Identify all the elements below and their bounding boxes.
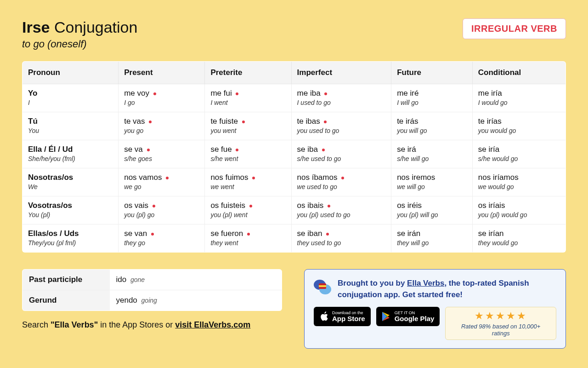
rating-box: ★★★★★ Rated 98% based on 10,000+ ratings bbox=[445, 307, 556, 340]
verb-cell: me iría I would go bbox=[472, 84, 565, 112]
verb-cell: nos iríamos we would go bbox=[472, 168, 565, 196]
page-title: Irse Conjugation bbox=[22, 18, 137, 36]
table-row: YoIme voy I gome fui I wentme iba I used… bbox=[23, 84, 566, 112]
irregular-dot-icon bbox=[242, 121, 245, 123]
ella-verbs-link[interactable]: Ella Verbs bbox=[407, 279, 444, 288]
verb-cell: os iréis you (pl) will go bbox=[391, 196, 473, 224]
column-header: Preterite bbox=[205, 62, 291, 84]
irregular-dot-icon bbox=[147, 149, 150, 151]
table-row: TúYoute vas you gote fuiste you wentte i… bbox=[23, 112, 566, 140]
verb-cell: se irían they would go bbox=[472, 224, 565, 253]
irregular-dot-icon bbox=[328, 205, 330, 207]
irregular-dot-icon bbox=[252, 177, 255, 179]
pronoun-cell: Ella / Él / UdShe/he/you (fml) bbox=[23, 140, 119, 168]
irregular-dot-icon bbox=[236, 92, 238, 95]
verb-cell: se irá s/he will go bbox=[391, 140, 473, 168]
pronoun-cell: Ellas/os / UdsThey/you (pl fml) bbox=[23, 224, 119, 253]
pronoun-cell: YoI bbox=[23, 84, 119, 112]
promo-box: Brought to you by Ella Verbs, the top-ra… bbox=[304, 269, 566, 349]
visit-link[interactable]: visit EllaVerbs.com bbox=[175, 320, 250, 329]
verb-cell: nos vamos we go bbox=[119, 168, 205, 196]
gerund-label: Gerund bbox=[23, 290, 110, 311]
column-header: Present bbox=[119, 62, 205, 84]
irregular-dot-icon bbox=[247, 233, 250, 236]
pronoun-cell: TúYou bbox=[23, 112, 119, 140]
verb-cell: me iba I used to go bbox=[291, 84, 391, 112]
verb-cell: se iría s/he would go bbox=[472, 140, 565, 168]
promo-icon bbox=[314, 278, 332, 296]
past-participle-value: ido gone bbox=[110, 270, 282, 290]
irregular-dot-icon bbox=[151, 233, 154, 236]
irregular-dot-icon bbox=[326, 233, 329, 236]
verb-cell: me fui I went bbox=[205, 84, 291, 112]
verb-cell: te irías you would go bbox=[472, 112, 565, 140]
pronoun-cell: Vosotras/osYou (pl) bbox=[23, 196, 119, 224]
extras-table: Past participle ido gone Gerund yendo go… bbox=[22, 269, 282, 311]
verb-cell: se van they go bbox=[119, 224, 205, 253]
verb-cell: os ibais you (pl) used to go bbox=[291, 196, 391, 224]
play-icon bbox=[382, 311, 391, 322]
google-play-button[interactable]: GET IT ONGoogle Play bbox=[376, 307, 440, 326]
irregular-dot-icon bbox=[149, 121, 152, 123]
verb-cell: os iríais you (pl) would go bbox=[472, 196, 565, 224]
verb-cell: nos iremos we will go bbox=[391, 168, 473, 196]
irregular-dot-icon bbox=[324, 121, 327, 123]
stars-icon: ★★★★★ bbox=[452, 310, 549, 322]
table-row: Ellas/os / UdsThey/you (pl fml)se van th… bbox=[23, 224, 566, 253]
past-participle-label: Past participle bbox=[23, 270, 110, 290]
verb-cell: nos íbamos we used to go bbox=[291, 168, 391, 196]
pronoun-cell: Nosotras/osWe bbox=[23, 168, 119, 196]
verb-cell: se iba s/he used to go bbox=[291, 140, 391, 168]
verb-cell: nos fuimos we went bbox=[205, 168, 291, 196]
verb-cell: se irán they will go bbox=[391, 224, 473, 253]
irregular-dot-icon bbox=[322, 149, 325, 151]
verb-cell: se iban they used to go bbox=[291, 224, 391, 253]
verb-cell: os vais you (pl) go bbox=[119, 196, 205, 224]
irregular-dot-icon bbox=[341, 177, 344, 179]
app-store-button[interactable]: Download on theApp Store bbox=[314, 307, 371, 326]
irregular-dot-icon bbox=[153, 92, 156, 95]
irregular-dot-icon bbox=[166, 177, 169, 179]
verb-cell: te vas you go bbox=[119, 112, 205, 140]
irregular-badge: IRREGULAR VERB bbox=[463, 18, 566, 39]
column-header: Pronoun bbox=[23, 62, 119, 84]
irregular-dot-icon bbox=[249, 205, 252, 207]
column-header: Conditional bbox=[472, 62, 565, 84]
verb-cell: se va s/he goes bbox=[119, 140, 205, 168]
verb-cell: te fuiste you went bbox=[205, 112, 291, 140]
table-row: Nosotras/osWenos vamos we gonos fuimos w… bbox=[23, 168, 566, 196]
column-header: Imperfect bbox=[291, 62, 391, 84]
column-header: Future bbox=[391, 62, 473, 84]
page-subtitle: to go (oneself) bbox=[22, 38, 137, 50]
verb-cell: se fueron they went bbox=[205, 224, 291, 253]
apple-icon bbox=[319, 311, 328, 322]
irregular-dot-icon bbox=[236, 149, 238, 151]
verb-cell: me iré I will go bbox=[391, 84, 473, 112]
conjugation-table: PronounPresentPreteriteImperfectFutureCo… bbox=[22, 61, 566, 253]
irregular-dot-icon bbox=[153, 205, 155, 207]
verb-cell: me voy I go bbox=[119, 84, 205, 112]
irregular-dot-icon bbox=[324, 92, 327, 95]
verb-cell: te ibas you used to go bbox=[291, 112, 391, 140]
verb-cell: te irás you will go bbox=[391, 112, 473, 140]
table-row: Ella / Él / UdShe/he/you (fml)se va s/he… bbox=[23, 140, 566, 168]
verb-cell: se fue s/he went bbox=[205, 140, 291, 168]
gerund-value: yendo going bbox=[110, 290, 282, 311]
table-row: Vosotras/osYou (pl)os vais you (pl) goos… bbox=[23, 196, 566, 224]
promo-text: Brought to you by Ella Verbs, the top-ra… bbox=[338, 278, 556, 300]
search-line: Search "Ella Verbs" in the App Stores or… bbox=[22, 320, 282, 330]
verb-cell: os fuisteis you (pl) went bbox=[205, 196, 291, 224]
